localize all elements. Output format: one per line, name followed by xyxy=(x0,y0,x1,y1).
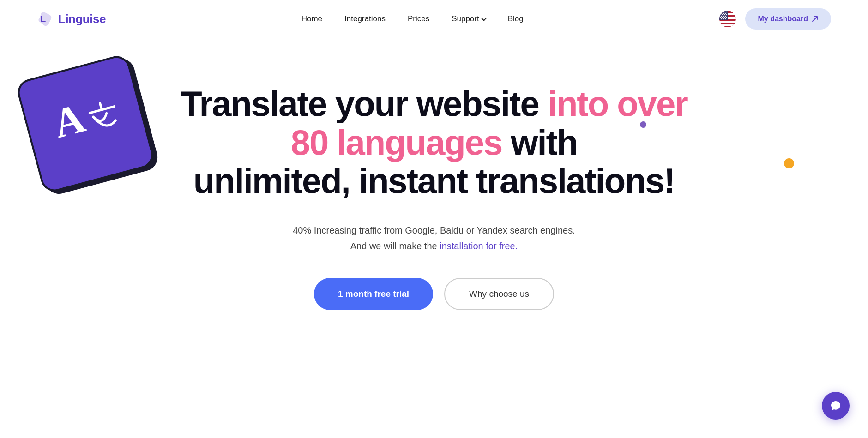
svg-line-30 xyxy=(100,103,102,109)
hero-title-part3: with xyxy=(502,123,577,162)
svg-point-27 xyxy=(724,18,725,19)
hero-title-part1: Translate your website xyxy=(181,84,548,123)
decorative-dot-orange xyxy=(784,158,794,168)
svg-point-26 xyxy=(723,18,723,19)
svg-point-8 xyxy=(722,12,723,12)
translate-svg-icon: A xyxy=(40,78,131,169)
hero-content: Translate your website into over 80 lang… xyxy=(181,84,687,310)
external-link-icon xyxy=(812,16,818,22)
support-dropdown-chevron xyxy=(481,16,486,21)
hero-subtitle-link[interactable]: installation for free. xyxy=(440,241,518,251)
svg-point-23 xyxy=(723,17,724,18)
nav-item-prices[interactable]: Prices xyxy=(408,14,429,24)
nav-links: Home Integrations Prices Support Blog xyxy=(301,14,524,24)
language-flag[interactable] xyxy=(719,11,736,27)
svg-point-22 xyxy=(722,17,723,18)
trial-button[interactable]: 1 month free trial xyxy=(314,278,433,310)
logo-icon: L xyxy=(37,11,54,27)
svg-point-9 xyxy=(723,12,724,12)
logo-text: Linguise xyxy=(58,12,106,26)
svg-text:A: A xyxy=(48,95,89,146)
svg-point-11 xyxy=(721,13,722,14)
svg-point-19 xyxy=(723,16,723,17)
hero-subtitle-line2: And we will make the xyxy=(350,241,440,251)
svg-point-24 xyxy=(725,17,726,18)
hero-title-line2: unlimited, instant translations! xyxy=(193,161,675,200)
logo[interactable]: L Linguise xyxy=(37,11,106,27)
svg-point-14 xyxy=(720,14,721,15)
svg-point-10 xyxy=(725,12,726,12)
hero-title: Translate your website into over 80 lang… xyxy=(181,84,687,200)
why-choose-button[interactable]: Why choose us xyxy=(444,278,554,310)
svg-point-20 xyxy=(724,16,725,17)
nav-right: My dashboard xyxy=(719,8,831,30)
navbar: L Linguise Home Integrations Prices Supp… xyxy=(0,0,868,38)
hero-title-highlight1: into over xyxy=(548,84,687,123)
chat-icon xyxy=(829,399,842,412)
svg-point-13 xyxy=(724,13,725,14)
translation-icon-card: A xyxy=(28,66,143,181)
svg-point-25 xyxy=(721,18,722,19)
svg-point-7 xyxy=(720,12,721,12)
svg-point-18 xyxy=(721,16,722,17)
svg-point-16 xyxy=(723,14,724,15)
svg-point-12 xyxy=(723,13,723,14)
nav-item-integrations[interactable]: Integrations xyxy=(344,14,386,24)
hero-subtitle-line1: 40% Increasing traffic from Google, Baid… xyxy=(293,225,575,235)
hero-title-highlight2: 80 languages xyxy=(291,123,502,162)
svg-point-21 xyxy=(720,17,721,18)
svg-point-17 xyxy=(725,14,726,15)
nav-item-support[interactable]: Support xyxy=(452,14,486,24)
hero-subtitle: 40% Increasing traffic from Google, Baid… xyxy=(181,222,687,254)
hero-section: A Translate your website into over 80 la… xyxy=(0,38,868,408)
live-chat-button[interactable] xyxy=(822,392,850,420)
nav-item-home[interactable]: Home xyxy=(301,14,322,24)
svg-rect-5 xyxy=(719,24,736,26)
svg-text:L: L xyxy=(40,14,46,24)
hero-buttons: 1 month free trial Why choose us xyxy=(181,278,687,310)
nav-item-blog[interactable]: Blog xyxy=(508,14,524,24)
svg-point-15 xyxy=(722,14,723,15)
decorative-dot-purple xyxy=(640,121,646,128)
svg-rect-4 xyxy=(719,21,736,23)
dashboard-button[interactable]: My dashboard xyxy=(745,8,831,30)
